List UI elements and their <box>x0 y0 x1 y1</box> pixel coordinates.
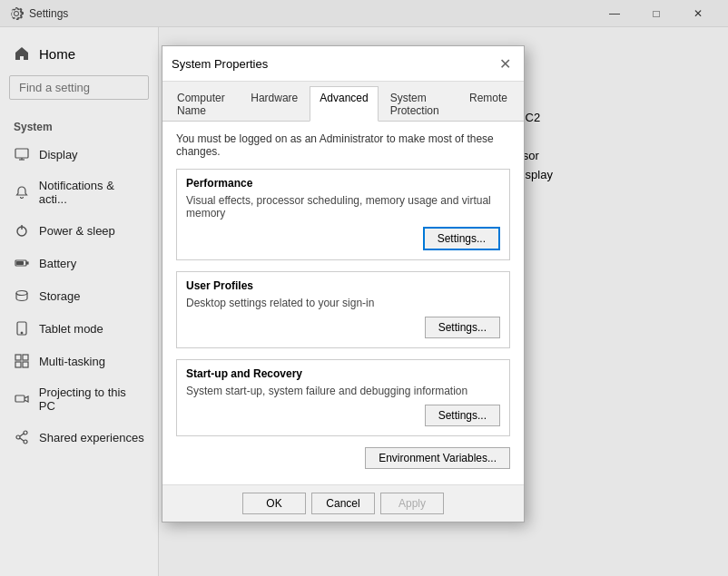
startup-recovery-desc: System start-up, system failure and debu… <box>186 385 500 397</box>
dialog-tabs: Computer Name Hardware Advanced System P… <box>162 82 524 122</box>
performance-section: Performance Visual effects, processor sc… <box>176 169 510 260</box>
tab-computer-name[interactable]: Computer Name <box>167 86 239 122</box>
user-profiles-title: User Profiles <box>186 279 500 292</box>
performance-desc: Visual effects, processor scheduling, me… <box>186 194 500 220</box>
user-profiles-desc: Desktop settings related to your sign-in <box>186 297 500 309</box>
user-profiles-section: User Profiles Desktop settings related t… <box>176 271 510 348</box>
tab-remote[interactable]: Remote <box>459 86 517 122</box>
environment-variables-button[interactable]: Environment Variables... <box>365 447 510 469</box>
dialog-titlebar: System Properties ✕ <box>162 46 524 82</box>
admin-note: You must be logged on as an Administrato… <box>176 132 510 158</box>
dialog-title: System Properties <box>172 57 268 71</box>
tab-system-protection[interactable]: System Protection <box>380 86 457 122</box>
cancel-button[interactable]: Cancel <box>311 493 375 514</box>
startup-recovery-title: Start-up and Recovery <box>186 367 500 380</box>
user-profiles-btn-row: Settings... <box>186 317 500 338</box>
startup-recovery-section: Start-up and Recovery System start-up, s… <box>176 359 510 436</box>
dialog-body: You must be logged on as an Administrato… <box>162 122 524 484</box>
dialog-footer: OK Cancel Apply <box>162 484 524 522</box>
system-properties-dialog: System Properties ✕ Computer Name Hardwa… <box>162 45 525 522</box>
dialog-close-button[interactable]: ✕ <box>495 54 515 73</box>
tab-advanced[interactable]: Advanced <box>310 86 378 122</box>
env-vars-row: Environment Variables... <box>176 447 510 469</box>
performance-title: Performance <box>186 177 500 190</box>
startup-recovery-btn-row: Settings... <box>186 405 500 426</box>
ok-button[interactable]: OK <box>242 493 306 514</box>
tab-hardware[interactable]: Hardware <box>241 86 308 122</box>
performance-btn-row: Settings... <box>186 227 500 250</box>
apply-button[interactable]: Apply <box>380 493 444 514</box>
startup-recovery-settings-button[interactable]: Settings... <box>425 405 500 426</box>
performance-settings-button[interactable]: Settings... <box>423 227 500 250</box>
user-profiles-settings-button[interactable]: Settings... <box>425 317 500 338</box>
